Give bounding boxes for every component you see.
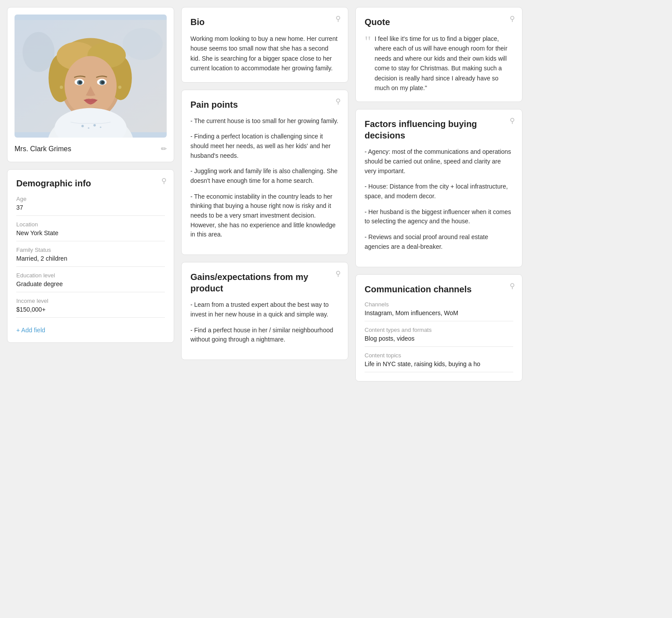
communication-card: ⚲ Communication channels Channels Instag… (355, 274, 522, 382)
bio-body: Working mom looking to buy a new home. H… (190, 34, 339, 73)
bio-title: Bio (190, 16, 339, 28)
family-status-field: Family Status Married, 2 children (16, 247, 165, 267)
factors-pin-icon[interactable]: ⚲ (510, 116, 515, 125)
profile-name: Mrs. Clark Grimes (15, 145, 71, 153)
factors-title: Factors influencing buying decisions (365, 118, 513, 141)
channels-label: Channels (365, 301, 513, 308)
pain-point-3: - Juggling work and family life is also … (190, 167, 339, 185)
svg-point-27 (60, 86, 63, 89)
demographic-title: Demographic info (16, 178, 165, 189)
gains-body: - Learn from a trusted expert about the … (190, 300, 339, 345)
channels-value: Instagram, Mom influencers, WoM (365, 309, 513, 321)
education-value: Graduate degree (16, 280, 165, 292)
factor-1: - Agency: most of the communications and… (365, 147, 513, 176)
factors-body: - Agency: most of the communications and… (365, 147, 513, 251)
quote-pin-icon[interactable]: ⚲ (510, 15, 515, 23)
education-label: Education level (16, 272, 165, 279)
demographic-card: ⚲ Demographic info Age 37 Location New Y… (7, 169, 174, 343)
communication-fields: Channels Instagram, Mom influencers, WoM… (365, 301, 513, 372)
content-types-label: Content types and formats (365, 327, 513, 333)
svg-point-19 (101, 81, 104, 84)
pain-points-title: Pain points (190, 99, 339, 110)
svg-point-18 (79, 81, 82, 84)
demographic-pin-icon[interactable]: ⚲ (161, 177, 167, 185)
profile-image-svg (15, 15, 167, 138)
pain-point-1: - The current house is too small for her… (190, 116, 339, 126)
column-2: ⚲ Bio Working mom looking to buy a new h… (181, 7, 348, 382)
family-status-label: Family Status (16, 247, 165, 253)
income-label: Income level (16, 298, 165, 304)
bio-pin-icon[interactable]: ⚲ (336, 15, 341, 23)
gains-title: Gains/expectations from my product (190, 271, 339, 294)
communication-pin-icon[interactable]: ⚲ (510, 282, 515, 290)
column-1: Mrs. Clark Grimes ✏ ⚲ Demographic info A… (7, 7, 174, 382)
pain-points-body: - The current house is too small for her… (190, 116, 339, 240)
factors-card: ⚲ Factors influencing buying decisions -… (355, 109, 522, 267)
content-topics-label: Content topics (365, 352, 513, 359)
age-label: Age (16, 196, 165, 202)
svg-point-28 (118, 86, 121, 89)
factor-2: - House: Distance from the city + local … (365, 182, 513, 201)
quote-title: Quote (365, 16, 513, 28)
education-field: Education level Graduate degree (16, 272, 165, 292)
svg-point-3 (123, 28, 163, 60)
pain-point-4: - The economic instability in the countr… (190, 192, 339, 240)
svg-point-26 (100, 127, 102, 128)
column-3: ⚲ Quote " I feel like it's time for us t… (355, 7, 522, 382)
pain-points-pin-icon[interactable]: ⚲ (336, 97, 341, 105)
profile-name-row: Mrs. Clark Grimes ✏ (15, 143, 167, 155)
communication-title: Communication channels (365, 284, 513, 295)
svg-point-23 (81, 125, 84, 127)
gains-card: ⚲ Gains/expectations from my product - L… (181, 262, 348, 360)
svg-point-24 (88, 127, 90, 129)
age-value: 37 (16, 204, 165, 216)
location-field: Location New York State (16, 221, 165, 241)
pain-point-2: - Finding a perfect location is challeng… (190, 132, 339, 160)
gain-1: - Learn from a trusted expert about the … (190, 300, 339, 319)
content-types-value: Blog posts, videos (365, 335, 513, 347)
bio-card: ⚲ Bio Working mom looking to buy a new h… (181, 7, 348, 83)
svg-point-2 (22, 32, 55, 72)
gains-pin-icon[interactable]: ⚲ (336, 269, 341, 278)
content-topics-value: Life in NYC state, raising kids, buying … (365, 360, 513, 372)
pain-points-card: ⚲ Pain points - The current house is too… (181, 90, 348, 255)
edit-icon[interactable]: ✏ (161, 145, 167, 153)
factor-3: - Her husband is the biggest influencer … (365, 207, 513, 226)
profile-card: Mrs. Clark Grimes ✏ (7, 7, 174, 162)
income-value: $150,000+ (16, 306, 165, 318)
quote-card: ⚲ Quote " I feel like it's time for us t… (355, 7, 522, 102)
location-label: Location (16, 221, 165, 228)
quote-body: I feel like it's time for us to find a b… (375, 34, 513, 93)
age-field: Age 37 (16, 196, 165, 216)
gain-2: - Find a perfect house in her / similar … (190, 326, 339, 345)
profile-image-container (15, 15, 167, 138)
family-status-value: Married, 2 children (16, 255, 165, 267)
quote-mark-icon: " (365, 34, 371, 50)
income-field: Income level $150,000+ (16, 298, 165, 318)
factor-4: - Reviews and social proof around real e… (365, 233, 513, 251)
add-field-button[interactable]: + Add field (16, 327, 45, 334)
location-value: New York State (16, 229, 165, 241)
svg-point-25 (93, 124, 95, 126)
